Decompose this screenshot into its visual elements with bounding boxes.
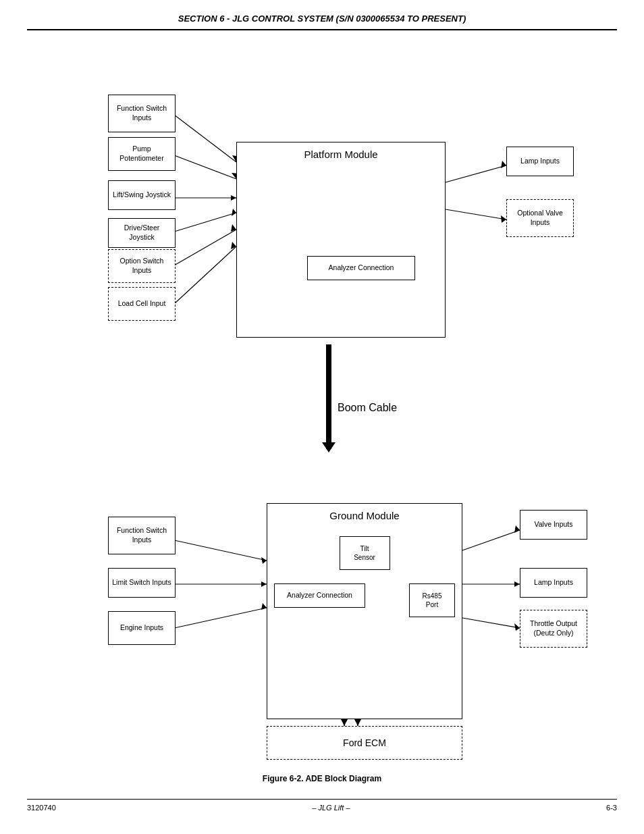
svg-marker-23	[261, 581, 267, 587]
svg-marker-31	[514, 623, 520, 631]
svg-line-26	[462, 530, 520, 550]
svg-line-30	[462, 618, 520, 628]
func-switch-inputs-bottom: Function Switch Inputs	[108, 517, 176, 554]
lift-swing-joystick: Lift/Swing Joystick	[108, 180, 176, 210]
svg-line-14	[446, 209, 506, 219]
svg-marker-21	[261, 557, 267, 564]
limit-switch-inputs: Limit Switch Inputs	[108, 568, 176, 598]
svg-marker-25	[261, 603, 267, 610]
svg-line-6	[174, 213, 236, 232]
page: SECTION 6 - JLG CONTROL SYSTEM (S/N 0300…	[0, 0, 644, 834]
boom-cable-label: Boom Cable	[338, 402, 397, 414]
svg-marker-27	[514, 525, 520, 533]
svg-marker-11	[231, 242, 236, 249]
svg-marker-7	[232, 209, 236, 216]
footer-center: – JLG Lift –	[312, 804, 350, 812]
rs485-port: Rs485 Port	[409, 583, 455, 617]
svg-marker-29	[514, 581, 520, 587]
lamp-inputs-top: Lamp Inputs	[506, 147, 574, 176]
ground-module: Ground Module Tilt Sensor Analyzer Conne…	[267, 503, 462, 719]
optional-valve-inputs: Optional Valve Inputs	[506, 199, 574, 237]
svg-line-8	[174, 230, 236, 265]
svg-marker-13	[501, 161, 506, 168]
tilt-sensor: Tilt Sensor	[340, 536, 390, 570]
footer-right: 6-3	[606, 804, 617, 812]
func-switch-inputs-top: Function Switch Inputs	[108, 95, 176, 132]
svg-line-20	[174, 540, 267, 561]
lamp-inputs-bottom: Lamp Inputs	[520, 568, 587, 598]
svg-line-24	[174, 608, 267, 628]
svg-line-2	[174, 155, 236, 179]
svg-marker-17	[322, 442, 336, 452]
svg-line-12	[446, 165, 506, 182]
load-cell-input: Load Cell Input	[108, 287, 176, 321]
analyzer-connection-bottom: Analyzer Connection	[274, 583, 365, 608]
diagram-area: Function Switch Inputs Pump Potentiomete…	[27, 37, 617, 793]
ford-ecm: Ford ECM	[267, 726, 462, 760]
svg-marker-5	[231, 195, 236, 201]
page-footer: 3120740 – JLG Lift – 6-3	[27, 799, 617, 812]
platform-module-label: Platform Module	[287, 148, 395, 161]
svg-line-10	[174, 246, 236, 304]
analyzer-connection-top: Analyzer Connection	[307, 256, 415, 280]
svg-marker-15	[501, 215, 506, 223]
footer-left: 3120740	[27, 804, 56, 812]
ground-module-label: Ground Module	[274, 509, 455, 523]
throttle-output: Throttle Output (Deutz Only)	[520, 610, 587, 648]
drive-steer-joystick: Drive/Steer Joystick	[108, 218, 176, 248]
header-title: SECTION 6 - JLG CONTROL SYSTEM (S/N 0300…	[178, 14, 466, 24]
page-header: SECTION 6 - JLG CONTROL SYSTEM (S/N 0300…	[27, 14, 617, 30]
svg-line-0	[174, 115, 236, 162]
figure-caption: Figure 6-2. ADE Block Diagram	[27, 774, 617, 783]
valve-inputs: Valve Inputs	[520, 510, 587, 540]
option-switch-inputs: Option Switch Inputs	[108, 249, 176, 283]
engine-inputs: Engine Inputs	[108, 611, 176, 645]
platform-module: Platform Module Analyzer Connection	[236, 142, 446, 338]
pump-potentiometer: Pump Potentiometer	[108, 137, 176, 171]
